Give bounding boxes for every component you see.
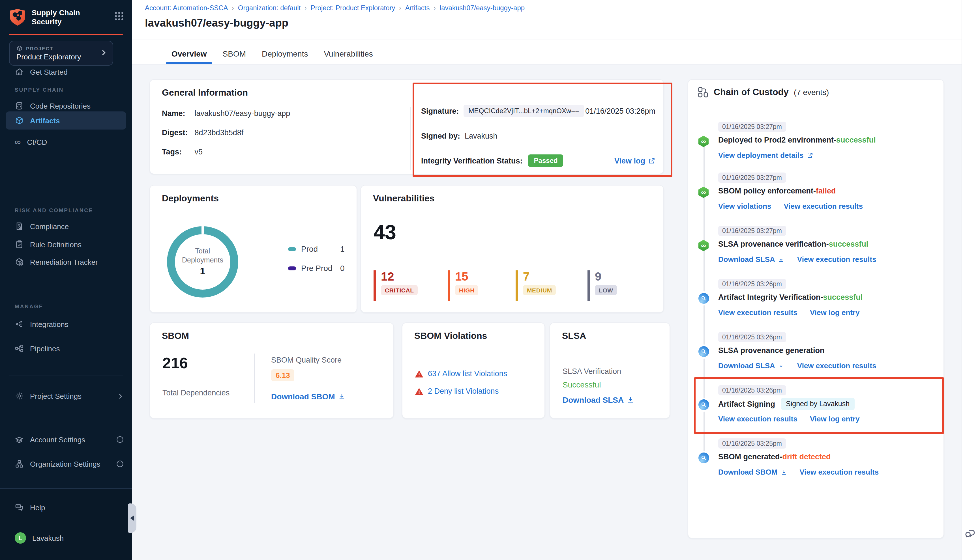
preprod-legend-marker xyxy=(288,266,296,270)
prod-legend-marker xyxy=(288,247,296,251)
app-title: Supply ChainSecurity xyxy=(32,8,80,27)
app-switcher-grid-icon[interactable] xyxy=(114,11,124,21)
sbom-title: SBOM xyxy=(162,331,189,341)
tab-deployments[interactable]: Deployments xyxy=(254,44,316,63)
sidebar-item-rule-definitions[interactable]: Rule Definitions xyxy=(0,236,132,253)
vuln-stat-high: 15 HIGH xyxy=(448,270,479,301)
code-repository-icon xyxy=(15,101,24,110)
module-accent-rule xyxy=(9,34,123,35)
signed-by-value: Lavakush xyxy=(465,132,497,140)
sidebar-item-project-settings[interactable]: Project Settings xyxy=(0,387,132,405)
sidebar-item-pipelines[interactable]: Pipelines xyxy=(0,340,132,357)
allow-list-violations-link[interactable]: 637 Allow list Violations xyxy=(428,369,507,378)
sidebar-item-integrations[interactable]: Integrations xyxy=(0,316,132,333)
cicd-event-icon: ∞ xyxy=(698,240,709,251)
download-slsa-link[interactable]: Download SLSA xyxy=(718,362,785,370)
org-chart-icon xyxy=(15,459,24,468)
warning-icon xyxy=(415,387,423,395)
breadcrumb-project[interactable]: Project: Product Exploratory xyxy=(311,4,396,12)
support-chat-icon[interactable] xyxy=(964,527,976,540)
signed-by-row: Signed by: Lavakush xyxy=(421,132,497,140)
download-sbom-link[interactable]: Download SBOM xyxy=(718,468,787,476)
integrity-status-row: Integrity Verification Status: Passed Vi… xyxy=(421,155,663,167)
tab-sbom[interactable]: SBOM xyxy=(215,44,254,63)
project-selector[interactable]: PROJECT Product Exploratory xyxy=(9,41,113,66)
sbom-violations-card: SBOM Violations 637 Allow list Violation… xyxy=(402,322,545,418)
tab-overview[interactable]: Overview xyxy=(164,44,215,63)
event-title: SLSA provenance generation xyxy=(718,346,824,355)
sidebar-header: Supply ChainSecurity xyxy=(9,8,124,30)
cicd-event-icon: ∞ xyxy=(698,187,709,198)
breadcrumb-separator: › xyxy=(434,5,436,11)
sidebar-item-get-started[interactable]: Get Started xyxy=(0,63,132,80)
view-execution-results-link[interactable]: View execution results xyxy=(799,468,879,476)
ssca-event-icon xyxy=(698,399,709,410)
view-violations-link[interactable]: View violations xyxy=(718,202,771,210)
sidebar-item-compliance[interactable]: Compliance xyxy=(0,218,132,235)
slsa-card: SLSA SLSA Verification Successful Downlo… xyxy=(549,322,670,418)
slsa-verification-status: Successful xyxy=(562,380,601,389)
download-icon xyxy=(778,256,785,263)
slsa-title: SLSA xyxy=(562,331,586,341)
tags-row: Tags: v5 xyxy=(162,148,203,156)
ssca-event-icon xyxy=(698,293,709,304)
event-status: failed xyxy=(816,187,836,195)
sidebar-item-help[interactable]: Help xyxy=(0,499,132,516)
info-icon xyxy=(116,435,124,443)
sidebar-item-cicd[interactable]: ∞ CI/CD xyxy=(0,133,132,150)
view-log-entry-link[interactable]: View log entry xyxy=(810,308,860,317)
sidebar-item-account-settings[interactable]: Account Settings xyxy=(0,431,132,448)
breadcrumb-organization[interactable]: Organization: default xyxy=(238,4,301,12)
tab-vulnerabilities[interactable]: Vulnerabilities xyxy=(316,44,381,63)
event-timestamp: 01/16/2025 03:26pm xyxy=(718,279,786,289)
name-row: Name: lavakush07/easy-buggy-app xyxy=(162,109,290,118)
gear-icon xyxy=(15,392,24,400)
deployments-title: Deployments xyxy=(162,193,219,203)
view-log-entry-link[interactable]: View log entry xyxy=(810,415,860,423)
tab-bar: Overview SBOM Deployments Vulnerabilitie… xyxy=(164,44,381,63)
sidebar-collapse-handle[interactable] xyxy=(128,503,137,533)
view-log-link[interactable]: View log xyxy=(614,157,655,165)
sidebar-item-remediation-tracker[interactable]: Remediation Tracker xyxy=(0,253,132,270)
artifacts-cube-icon xyxy=(15,116,24,125)
view-execution-results-link[interactable]: View execution results xyxy=(718,308,798,317)
download-slsa-link[interactable]: Download SLSA xyxy=(718,255,785,263)
layers-gear-icon xyxy=(15,435,24,444)
sbom-total-label: Total Dependencies xyxy=(162,388,230,397)
download-sbom-link[interactable]: Download SBOM xyxy=(271,392,346,401)
clipboard-check-icon xyxy=(15,240,24,249)
download-icon xyxy=(778,362,785,369)
chain-of-custody-icon xyxy=(697,87,709,98)
breadcrumb-artifacts[interactable]: Artifacts xyxy=(405,4,430,12)
preprod-count: 0 xyxy=(340,263,345,273)
artifact-name: lavakush07/easy-buggy-app xyxy=(195,109,290,118)
view-execution-results-link[interactable]: View execution results xyxy=(797,362,876,370)
general-information-card: General Information Name: lavakush07/eas… xyxy=(149,79,664,174)
project-name: Product Exploratory xyxy=(17,53,81,61)
deny-list-violations-link[interactable]: 2 Deny list Violations xyxy=(428,387,499,395)
deployments-donut-chart: TotalDeployments 1 xyxy=(167,226,238,298)
sbom-quality-score: 6.13 xyxy=(271,369,295,381)
home-icon xyxy=(15,67,24,77)
sidebar-item-artifacts[interactable]: Artifacts xyxy=(6,112,126,130)
vuln-stat-low: 9 LOW xyxy=(587,270,617,301)
warning-icon xyxy=(415,370,423,378)
sbom-total-dependencies: 216 xyxy=(162,355,188,372)
sidebar-item-organization-settings[interactable]: Organization Settings xyxy=(0,455,132,472)
signed-by-badge: Signed by Lavakush xyxy=(781,398,854,410)
download-slsa-link[interactable]: Download SLSA xyxy=(562,395,634,405)
view-execution-results-link[interactable]: View execution results xyxy=(718,415,798,423)
chevron-right-icon xyxy=(117,392,124,400)
view-execution-results-link[interactable]: View execution results xyxy=(784,202,863,210)
event-title: SLSA provenance verification xyxy=(718,240,826,248)
breadcrumb-separator: › xyxy=(399,5,401,11)
breadcrumb-account[interactable]: Account: Automation-SSCA xyxy=(145,4,228,12)
event-title: SBOM generated xyxy=(718,453,780,461)
sidebar-divider xyxy=(9,420,123,420)
sidebar-user[interactable]: L Lavakush xyxy=(0,530,132,547)
view-execution-results-link[interactable]: View execution results xyxy=(797,255,876,263)
prod-count: 1 xyxy=(340,244,345,253)
download-icon xyxy=(338,393,346,400)
view-deployment-details-link[interactable]: View deployment details xyxy=(718,151,813,160)
breadcrumb-current[interactable]: lavakush07/easy-buggy-app xyxy=(440,4,525,12)
